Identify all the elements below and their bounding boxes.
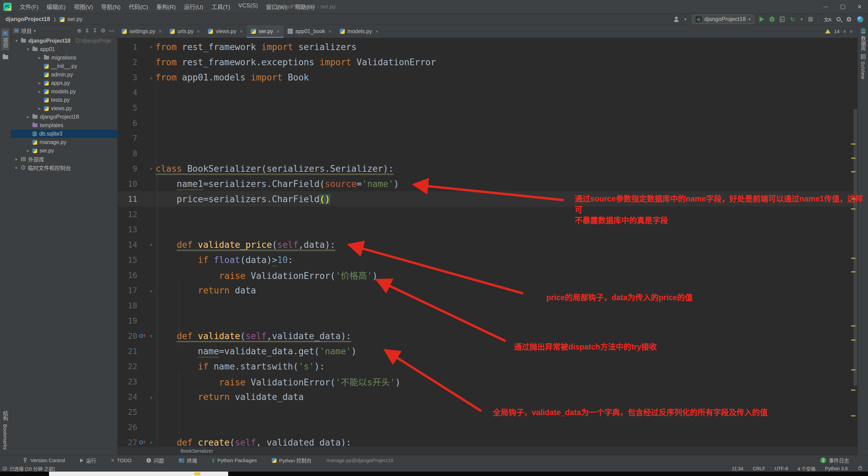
line-number[interactable]: 2 [118, 58, 137, 67]
line-number[interactable]: 26 [118, 423, 137, 432]
menu-item-3[interactable]: 导航(N) [98, 1, 124, 12]
profiler-button[interactable]: ↻ [790, 16, 795, 23]
code-editor[interactable]: 1▿from rest_framework import serializers… [118, 38, 858, 446]
toolwindow-TODO[interactable]: ≡TODO [111, 457, 131, 463]
debug-button[interactable] [770, 17, 774, 22]
editor-breadcrumb[interactable]: BookSerializer [118, 446, 858, 455]
coverage-button[interactable] [780, 17, 785, 22]
toolwindow-问题[interactable]: !问题 [146, 457, 164, 464]
minimize-button[interactable] [817, 0, 834, 14]
chevron-right-icon[interactable]: ▸ [38, 89, 42, 94]
line-number[interactable]: 11 [118, 195, 137, 204]
fold-down-icon[interactable]: ▿ [147, 439, 155, 446]
line-number[interactable]: 18 [118, 301, 137, 310]
tree-item-views.py[interactable]: ▸views.py [11, 104, 117, 113]
line-number[interactable]: 9 [118, 164, 137, 173]
line-number[interactable]: 20 [118, 332, 137, 340]
line-number[interactable]: 23 [118, 377, 137, 386]
line-number[interactable]: 22 [118, 362, 137, 371]
toolwindow-Version Control[interactable]: Version Control [24, 457, 65, 463]
line-number[interactable]: 6 [118, 119, 137, 127]
line-number[interactable]: 21 [118, 347, 137, 356]
tree-item-djangoProject18[interactable]: ▸djangoProject18 [11, 113, 117, 121]
run-button[interactable] [760, 17, 764, 22]
menu-item-0[interactable]: 文件(F) [16, 1, 42, 12]
taskbar-app-segment[interactable] [49, 472, 228, 476]
close-icon[interactable]: × [376, 28, 379, 34]
tree-item-templates[interactable]: templates [11, 121, 117, 129]
menu-item-6[interactable]: 运行(U) [180, 1, 207, 12]
search-everywhere-icon[interactable] [837, 17, 841, 21]
close-icon[interactable]: × [197, 28, 200, 34]
indent-select[interactable]: 4 个空格 [797, 465, 816, 472]
line-number[interactable]: 19 [118, 316, 137, 325]
close-icon[interactable]: × [276, 28, 280, 34]
close-icon[interactable]: × [329, 28, 332, 34]
toolwindow-运行[interactable]: 运行 [80, 457, 96, 464]
menu-item-5[interactable]: 重构(R) [153, 1, 179, 12]
locate-file-icon[interactable]: ⊕ [77, 27, 81, 34]
tool-stripe-project-tab[interactable]: 项目 [1, 28, 9, 50]
folder-icon[interactable] [3, 55, 8, 59]
run-configuration-select[interactable]: dj djangoProject18 ▾ [692, 15, 754, 24]
override-method-icon[interactable]: ↑ [137, 437, 147, 447]
tool-stripe-sciview-tab[interactable]: SciView [860, 54, 866, 79]
line-number[interactable]: 16 [118, 271, 137, 280]
tree-item-admin.py[interactable]: admin.py [11, 70, 117, 79]
chevron-right-icon[interactable]: ▸ [38, 80, 42, 86]
close-button[interactable]: ✕ [851, 0, 868, 14]
chevron-right-icon[interactable]: ▸ [26, 148, 30, 153]
tree-item-apps.py[interactable]: ▸apps.py [11, 79, 117, 87]
run-content-label[interactable]: manage.py@djangoProject18 [327, 457, 393, 463]
fold-down-icon[interactable]: ▿ [147, 333, 155, 339]
tree-item-app01[interactable]: ▾app01 [11, 45, 117, 53]
chevron-right-icon[interactable]: ▸ [38, 55, 42, 60]
menu-item-2[interactable]: 视图(V) [70, 1, 96, 12]
line-number[interactable]: 27 [118, 438, 137, 447]
chevron-down-icon[interactable]: ▾ [801, 17, 803, 22]
maximize-button[interactable] [834, 0, 851, 14]
collapse-all-icon[interactable]: ↧ [93, 27, 97, 34]
line-ending-select[interactable]: CRLF [753, 466, 765, 471]
menu-item-8[interactable]: VCS(S) [235, 1, 261, 12]
fold-down-icon[interactable]: ▿ [147, 165, 155, 172]
tree-item-manage.py[interactable]: manage.py [11, 138, 117, 146]
line-number[interactable]: 4 [118, 88, 137, 97]
line-number[interactable]: 13 [118, 225, 137, 234]
tree-item-tests.py[interactable]: tests.py [11, 96, 117, 104]
line-number[interactable]: 12 [118, 210, 137, 219]
interpreter-select[interactable]: Python 3.6 [825, 466, 848, 471]
tool-stripe-structure-tab[interactable]: 结构 [2, 411, 9, 421]
toolwindow-终端[interactable]: >终端 [179, 457, 197, 464]
tab-views.py[interactable]: views.py× [204, 25, 247, 38]
event-log-button[interactable]: 2事件日志 [820, 457, 868, 464]
chevron-right-icon[interactable]: ▸ [26, 114, 30, 119]
tree-item-临时文件和控制台[interactable]: ▸临时文件和控制台 [11, 163, 117, 172]
tree-item-djangoProject18[interactable]: ▾djangoProject18D:\djangoProje [11, 37, 117, 45]
prev-warning-icon[interactable]: ∧ [843, 29, 846, 34]
tab-settings.py[interactable]: settings.py× [118, 25, 166, 38]
tab-app01_book[interactable]: app01_book× [284, 25, 336, 38]
project-view-select[interactable]: 项目 ▾ [14, 27, 36, 35]
close-icon[interactable]: × [240, 28, 243, 34]
tree-item-ser.py[interactable]: ▸ser.py [11, 146, 117, 155]
menu-item-1[interactable]: 编辑(E) [43, 1, 69, 12]
override-method-icon[interactable]: ↑ [137, 331, 147, 341]
stop-button[interactable] [808, 17, 813, 22]
tab-models.py[interactable]: models.py× [336, 25, 383, 38]
toolwindow-Python 控制台[interactable]: Python 控制台 [272, 457, 312, 464]
tool-stripe-database-tab[interactable]: 数据库 [860, 28, 867, 51]
close-icon[interactable]: × [159, 28, 162, 34]
line-number[interactable]: 7 [118, 134, 137, 143]
tree-item-models.py[interactable]: ▸models.py [11, 87, 117, 96]
settings-gear-icon[interactable]: ⚙ [846, 16, 852, 23]
fold-down-icon[interactable]: ▿ [147, 44, 155, 50]
toolwindow-Python Packages[interactable]: ∨∨Python Packages [212, 457, 257, 463]
user-icon[interactable] [674, 17, 679, 22]
tree-item-db.sqlite3[interactable]: db.sqlite3 [11, 129, 117, 138]
chevron-right-icon[interactable]: ▸ [15, 157, 19, 162]
line-number[interactable]: 3 [118, 73, 137, 82]
line-number[interactable]: 14 [118, 240, 137, 249]
line-number[interactable]: 5 [118, 103, 137, 112]
fold-up-icon[interactable]: ▵ [147, 394, 155, 400]
